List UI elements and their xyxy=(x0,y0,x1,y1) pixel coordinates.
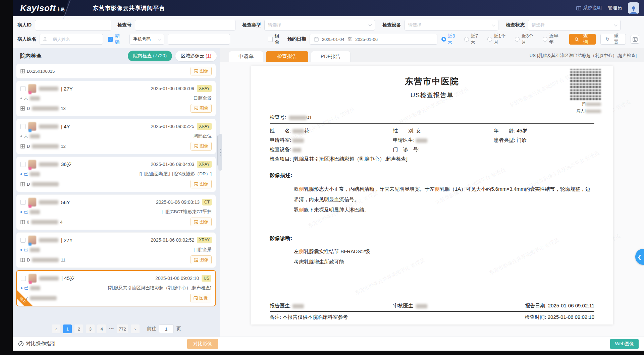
exam-list-item[interactable]: 36岁 2025-01-06 09:04:03 XRAY 已 [口腔曲面断层,口… xyxy=(16,157,216,192)
diagnosis-title: 影像诊断: xyxy=(270,235,594,242)
patient-name-label: 病人姓名 xyxy=(17,36,36,42)
exact-checkbox-group[interactable]: 精确 xyxy=(108,33,124,45)
gender-badge-icon xyxy=(29,281,32,284)
search-button[interactable]: 查询 xyxy=(569,34,596,45)
req-doctor-blurred xyxy=(416,138,427,143)
image-button[interactable]: 图像 xyxy=(191,255,212,264)
page-button-3[interactable]: 3 xyxy=(86,324,95,333)
page-button-last[interactable]: 772 xyxy=(117,324,128,333)
patient-name-input[interactable] xyxy=(43,34,99,44)
combo-checkbox-group[interactable]: 组合 xyxy=(268,33,284,45)
tab-regional-cloud[interactable]: 区域影像云 (1) xyxy=(175,51,217,61)
accession-number: D13 xyxy=(20,106,66,111)
select-checkbox[interactable] xyxy=(20,124,25,129)
image-button[interactable]: 图像 xyxy=(191,218,212,226)
patient-id-input[interactable] xyxy=(35,20,111,31)
select-checkbox[interactable] xyxy=(20,238,25,243)
exam-list-item[interactable]: | 27Y 2025-01-06 09:02:52 XRAY 已 口腔全景 D1… xyxy=(16,232,216,268)
radio-dot xyxy=(441,37,446,42)
card-view-toggle[interactable] xyxy=(631,35,639,44)
device-placeholder: 请选择 xyxy=(408,22,492,28)
modality-badge: XRAY xyxy=(197,123,212,130)
page-ellipsis[interactable]: ••• xyxy=(109,327,114,331)
prev-page-button[interactable]: ‹ xyxy=(52,324,60,333)
gender-badge-icon xyxy=(29,167,32,170)
exam-description: 胸部正位 xyxy=(194,133,212,139)
page-button-2[interactable]: 2 xyxy=(74,324,83,333)
exam-list-item[interactable]: 56Y 2025-01-06 09:03:13 CT 已 口腔CBCT锥形束CT… xyxy=(16,194,216,230)
phone-type-select[interactable]: 手机号码 xyxy=(129,34,164,45)
image-button-label: 图像 xyxy=(200,219,208,225)
date-range-picker[interactable]: 2025-01-04 至 2025-01-06 xyxy=(310,34,437,45)
next-page-button[interactable]: › xyxy=(131,324,140,333)
device-field: 检查设备: xyxy=(270,146,393,153)
image-button[interactable]: 图像 xyxy=(191,67,212,75)
panel-resize-handle[interactable] xyxy=(218,134,222,171)
image-button[interactable]: 图像 xyxy=(191,142,212,151)
exam-list-item[interactable]: | 4Y 2025-01-06 09:05:25 XRAY 未 胸部正位 D12 xyxy=(16,119,216,154)
exam-datetime: 2025-01-06 09:05:25 xyxy=(151,124,194,129)
exam-datetime: 2025-01-06 09:02:52 xyxy=(151,237,194,243)
exam-no-blurred xyxy=(289,116,307,120)
select-checkbox[interactable] xyxy=(20,162,25,167)
report-paper: 东营市影像云共享调阅平台 管理员 东营市影像云共享调阅平台 管理员 东营市影像云… xyxy=(251,66,613,324)
accession-value: DX250106015 xyxy=(27,69,55,74)
status-blurred xyxy=(30,96,40,101)
tab-regional-count: (1) xyxy=(206,53,211,59)
web-image-button[interactable]: Web图像 xyxy=(610,339,639,349)
compare-guide-link[interactable]: 对比操作指引 xyxy=(18,341,56,347)
exam-list-item[interactable]: DX250106015 图像 xyxy=(16,64,216,78)
image-icon xyxy=(194,220,198,224)
goto-page-group: 前往 页 xyxy=(147,324,181,333)
exam-list-item[interactable]: | 27Y 2025-01-06 09:06:09 XRAY 未 口腔全景 D1… xyxy=(16,81,216,116)
range-radio-7days[interactable]: 近7天 xyxy=(464,33,483,45)
device-select[interactable]: 请选择 xyxy=(405,20,498,31)
range-radio-6months[interactable]: 近半年 xyxy=(543,33,563,45)
logo-text: Kayisoft xyxy=(20,3,56,13)
range-radio-3months[interactable]: 近3个月 xyxy=(515,33,538,45)
image-button[interactable]: 图像 xyxy=(191,180,212,188)
image-icon xyxy=(194,258,198,262)
exact-checkbox[interactable] xyxy=(108,37,113,42)
combo-checkbox[interactable] xyxy=(268,37,273,42)
tab-pdf-report[interactable]: PDF报告 xyxy=(311,51,351,62)
phone-input[interactable] xyxy=(168,34,230,45)
exam-datetime: 2025-01-06 09:02:10 xyxy=(155,276,199,281)
reset-button[interactable]: ↻ 重置 xyxy=(600,34,626,45)
patient-name-blurred xyxy=(39,200,58,204)
exam-no-input[interactable] xyxy=(135,20,235,31)
exam-type-placeholder: 请选择 xyxy=(268,22,369,28)
image-button[interactable]: 图像 xyxy=(191,104,212,113)
range-radio-1month[interactable]: 近1个月 xyxy=(487,33,511,45)
qr-hint-line: — 扫 xyxy=(564,101,601,107)
list-header: 院内检查 院内检查 (7720) 区域影像云 (1) xyxy=(13,48,220,64)
patient-name-field xyxy=(40,34,103,45)
patient-name-blurred xyxy=(39,238,58,242)
exam-list-panel: 院内检查 院内检查 (7720) 区域影像云 (1) xyxy=(13,48,220,337)
status-select[interactable]: 请选择 xyxy=(528,20,621,31)
range-radio-3days[interactable]: 近3天 xyxy=(441,33,460,45)
report-status: 未 xyxy=(20,95,40,101)
patient-name-blurred xyxy=(39,162,58,167)
page-button-1[interactable]: 1 xyxy=(63,324,72,333)
image-button[interactable]: 图像 xyxy=(190,294,211,302)
exam-type-select[interactable]: 请选择 xyxy=(264,20,375,31)
compare-images-button[interactable]: 对比影像 xyxy=(187,339,218,349)
goto-page-input[interactable] xyxy=(159,324,174,333)
tab-internal-exams[interactable]: 院内检查 (7720) xyxy=(128,51,172,61)
accession-suffix: 11 xyxy=(61,257,65,262)
tab-exam-report[interactable]: 检查报告 xyxy=(266,51,308,62)
select-checkbox[interactable] xyxy=(21,276,26,281)
tab-request-form[interactable]: 申请单 xyxy=(229,51,263,62)
system-help-link[interactable]: 系统说明 xyxy=(576,5,602,11)
patient-age: 36岁 xyxy=(61,161,72,168)
qr-patient-line: 病人I xyxy=(564,108,601,114)
select-checkbox[interactable] xyxy=(20,200,25,205)
user-avatar[interactable] xyxy=(628,2,639,14)
image-button-label: 图像 xyxy=(200,181,208,187)
exam-list-item-selected[interactable]: | 45岁 2025-01-06 09:02:10 US 已 [乳腺及其引流区淋… xyxy=(16,270,216,306)
exam-description: 口腔全景 xyxy=(194,95,212,101)
page-button-4[interactable]: 4 xyxy=(97,324,106,333)
select-checkbox[interactable] xyxy=(20,86,25,91)
image-button-label: 图像 xyxy=(200,105,208,111)
